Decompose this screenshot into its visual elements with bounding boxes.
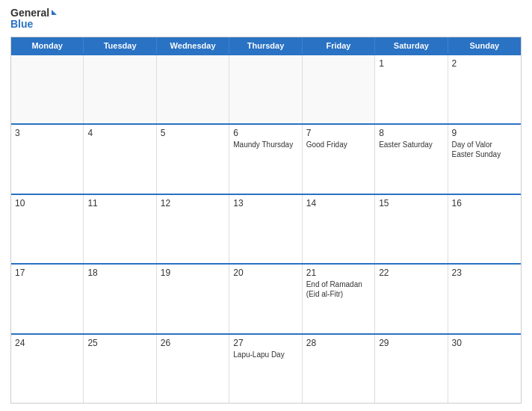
day-number: 18 bbox=[87, 268, 152, 278]
day-number: 28 bbox=[306, 338, 371, 348]
calendar-body: 123456Maundy Thursday7Good Friday8Easter… bbox=[11, 54, 521, 403]
day-number: 23 bbox=[452, 268, 517, 278]
day-number: 6 bbox=[233, 128, 297, 138]
cal-cell-1-6: 9Day of Valor Easter Sunday bbox=[448, 125, 521, 193]
day-number: 22 bbox=[379, 268, 443, 278]
day-number: 17 bbox=[15, 268, 79, 278]
col-wednesday: Wednesday bbox=[157, 37, 229, 54]
cal-cell-4-5: 29 bbox=[375, 335, 448, 403]
cal-cell-0-5: 1 bbox=[375, 55, 448, 123]
day-number: 29 bbox=[379, 338, 443, 348]
cal-cell-1-4: 7Good Friday bbox=[303, 125, 375, 193]
cal-cell-3-1: 18 bbox=[84, 265, 156, 333]
cal-cell-4-6: 30 bbox=[448, 335, 521, 403]
col-tuesday: Tuesday bbox=[84, 37, 156, 54]
day-number: 27 bbox=[233, 338, 297, 348]
cal-cell-2-6: 16 bbox=[448, 195, 521, 263]
day-number: 1 bbox=[379, 58, 443, 69]
page: General Blue Monday Tuesday Wednesday Th… bbox=[0, 0, 532, 411]
day-number: 9 bbox=[452, 128, 517, 138]
day-number: 5 bbox=[161, 128, 225, 138]
cal-cell-4-1: 25 bbox=[84, 335, 156, 403]
day-number: 7 bbox=[306, 128, 371, 138]
day-number: 21 bbox=[306, 268, 371, 278]
logo: General Blue bbox=[10, 7, 57, 31]
day-number: 11 bbox=[87, 198, 152, 208]
logo-blue-text: Blue bbox=[10, 19, 57, 30]
day-number: 20 bbox=[233, 268, 297, 278]
cal-row-4: 24252627Lapu-Lapu Day282930 bbox=[11, 333, 521, 403]
cal-cell-1-5: 8Easter Saturday bbox=[375, 125, 448, 193]
day-number: 25 bbox=[87, 338, 152, 348]
day-number: 24 bbox=[15, 338, 79, 348]
day-number: 2 bbox=[452, 58, 517, 69]
day-number: 19 bbox=[161, 268, 225, 278]
cal-cell-1-0: 3 bbox=[11, 125, 84, 193]
logo-general-text: General bbox=[10, 7, 49, 19]
day-number: 4 bbox=[87, 128, 152, 138]
cal-cell-0-6: 2 bbox=[448, 55, 521, 123]
holiday-label: Lapu-Lapu Day bbox=[233, 350, 297, 359]
header: General Blue bbox=[10, 7, 522, 31]
calendar: Monday Tuesday Wednesday Thursday Friday… bbox=[10, 37, 522, 404]
cal-cell-1-2: 5 bbox=[157, 125, 229, 193]
cal-cell-0-0 bbox=[11, 55, 84, 123]
cal-cell-0-2 bbox=[157, 55, 229, 123]
cal-row-2: 10111213141516 bbox=[11, 194, 521, 263]
day-number: 3 bbox=[15, 128, 79, 138]
day-number: 26 bbox=[161, 338, 225, 348]
cal-cell-2-1: 11 bbox=[84, 195, 156, 263]
holiday-label: Maundy Thursday bbox=[233, 140, 297, 149]
holiday-label: End of Ramadan (Eid al-Fitr) bbox=[306, 279, 371, 299]
day-number: 16 bbox=[452, 198, 517, 208]
col-thursday: Thursday bbox=[229, 37, 302, 54]
cal-cell-1-3: 6Maundy Thursday bbox=[229, 125, 302, 193]
cal-cell-3-6: 23 bbox=[448, 265, 521, 333]
cal-cell-4-4: 28 bbox=[303, 335, 375, 403]
col-saturday: Saturday bbox=[375, 37, 448, 54]
holiday-label: Easter Saturday bbox=[379, 140, 443, 149]
col-monday: Monday bbox=[11, 37, 84, 54]
calendar-header: Monday Tuesday Wednesday Thursday Friday… bbox=[11, 37, 521, 54]
cal-row-1: 3456Maundy Thursday7Good Friday8Easter S… bbox=[11, 123, 521, 193]
holiday-label: Day of Valor Easter Sunday bbox=[452, 140, 517, 159]
cal-cell-2-2: 12 bbox=[157, 195, 229, 263]
cal-cell-2-3: 13 bbox=[229, 195, 302, 263]
cal-row-3: 1718192021End of Ramadan (Eid al-Fitr)22… bbox=[11, 263, 521, 333]
day-number: 8 bbox=[379, 128, 443, 138]
day-number: 13 bbox=[233, 198, 297, 208]
day-number: 12 bbox=[161, 198, 225, 208]
col-sunday: Sunday bbox=[448, 37, 521, 54]
cal-cell-3-3: 20 bbox=[229, 265, 302, 333]
cal-cell-3-5: 22 bbox=[375, 265, 448, 333]
cal-cell-0-3 bbox=[229, 55, 302, 123]
cal-cell-3-0: 17 bbox=[11, 265, 84, 333]
cal-cell-2-4: 14 bbox=[303, 195, 375, 263]
holiday-label: Good Friday bbox=[306, 140, 371, 149]
cal-cell-4-0: 24 bbox=[11, 335, 84, 403]
cal-cell-3-4: 21End of Ramadan (Eid al-Fitr) bbox=[303, 265, 375, 333]
cal-cell-3-2: 19 bbox=[157, 265, 229, 333]
cal-cell-0-1 bbox=[84, 55, 156, 123]
day-number: 14 bbox=[306, 198, 371, 208]
cal-row-0: 12 bbox=[11, 54, 521, 123]
day-number: 15 bbox=[379, 198, 443, 208]
cal-cell-2-5: 15 bbox=[375, 195, 448, 263]
logo-triangle-icon bbox=[52, 10, 57, 15]
day-number: 30 bbox=[452, 338, 517, 348]
cal-cell-1-1: 4 bbox=[84, 125, 156, 193]
col-friday: Friday bbox=[303, 37, 375, 54]
cal-cell-4-2: 26 bbox=[157, 335, 229, 403]
day-number: 10 bbox=[15, 198, 79, 208]
cal-cell-4-3: 27Lapu-Lapu Day bbox=[229, 335, 302, 403]
cal-cell-0-4 bbox=[303, 55, 375, 123]
cal-cell-2-0: 10 bbox=[11, 195, 84, 263]
